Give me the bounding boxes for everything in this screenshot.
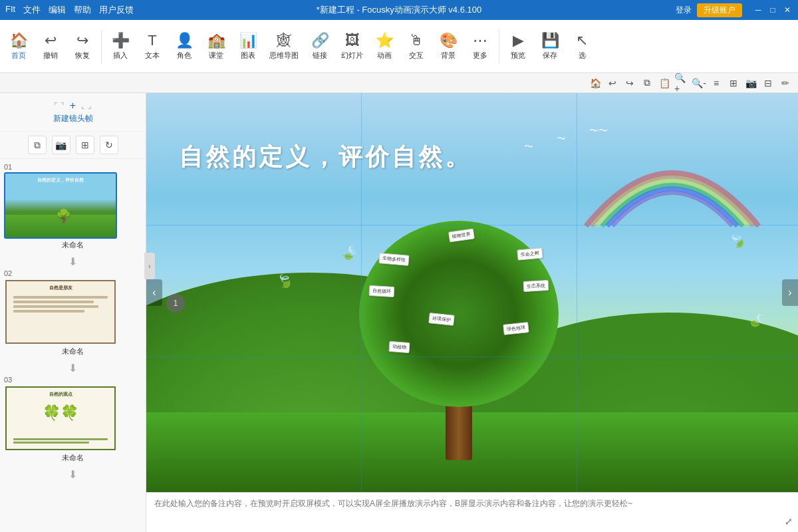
slide-thumb-3[interactable]: 自然的观点 🍀🍀 — [4, 385, 117, 452]
undo-icon: ↩ — [45, 32, 57, 49]
home-small-icon[interactable]: 🏠 — [588, 76, 602, 90]
interact-icon: 🖱 — [409, 32, 424, 49]
panel-collapse-button[interactable]: ‹ — [144, 253, 155, 279]
rotate-button[interactable]: ↻ — [100, 136, 118, 154]
text-icon: T — [148, 32, 156, 49]
menu-edit[interactable]: 编辑 — [49, 4, 66, 16]
toolbar: 🏠 首页 ↩ 撤销 ↪ 恢复 ➕ 插入 T 文本 👤 角色 🏫 课堂 📊 图表 … — [0, 20, 798, 73]
insert-icon: ➕ — [112, 32, 130, 49]
home-icon: 🏠 — [10, 32, 28, 49]
close-button[interactable]: ✕ — [782, 5, 793, 15]
arrange-icon[interactable]: ⊞ — [726, 76, 741, 90]
paste-small-icon[interactable]: 📋 — [657, 76, 672, 90]
copy-frame-button[interactable]: ⧉ — [28, 136, 47, 154]
toolbar-animation[interactable]: ⭐ 动画 — [368, 29, 400, 63]
presentation-scene[interactable]: 〜 〜 〜〜 自然的定义，评价自然。 植物世界 生物多样性 生命之树 — [146, 93, 798, 492]
toolbar-background[interactable]: 🎨 背景 — [432, 29, 464, 63]
zoom-in-icon[interactable]: 🔍+ — [674, 76, 689, 90]
toolbar-select[interactable]: ↖ 选 — [566, 29, 598, 63]
tree-note-2[interactable]: 生物多样性 — [379, 253, 410, 266]
upgrade-button[interactable]: 升级账户 — [697, 3, 742, 17]
slide-item-3[interactable]: 03 自然的观点 🍀🍀 未命名 — [4, 376, 142, 463]
slide-name-2: 未命名 — [4, 346, 142, 356]
slide-name-1: 未命名 — [4, 240, 142, 250]
toolbar-insert[interactable]: ➕ 插入 — [104, 29, 136, 63]
more-label: 更多 — [473, 51, 487, 61]
toolbar-preview[interactable]: ▶ 预览 — [502, 29, 534, 63]
mindmap-label: 思维导图 — [269, 51, 299, 61]
toolbar-undo[interactable]: ↩ 撤销 — [35, 29, 66, 63]
more-icon: ⋯ — [473, 32, 487, 49]
align-icon[interactable]: ≡ — [709, 76, 724, 90]
canvas-wrapper[interactable]: 〜 〜 〜〜 自然的定义，评价自然。 植物世界 生物多样性 生命之树 — [146, 93, 798, 492]
toolbar-chart[interactable]: 📊 图表 — [232, 29, 264, 63]
screenshot-button[interactable]: 📷 — [52, 136, 70, 154]
nav-right-button[interactable]: › — [782, 279, 798, 306]
animation-icon: ⭐ — [376, 32, 394, 49]
connector-3: ⬇ — [4, 468, 142, 481]
slide-item-2[interactable]: 02 自然是朋友 未命名 — [4, 269, 142, 356]
toolbar-slideshow[interactable]: 🖼 幻灯片 — [336, 29, 368, 63]
slide-thumb-1[interactable]: 自然的定义，评价自然 🌳 — [4, 172, 117, 239]
tree-note-8[interactable]: 动植物 — [389, 341, 410, 353]
grid-icon[interactable]: ⊟ — [761, 76, 775, 90]
nav-left-button[interactable]: ‹ — [146, 279, 162, 306]
undo-label: 撤销 — [43, 51, 58, 61]
toolbar-save[interactable]: 💾 保存 — [534, 29, 566, 63]
titlebar: FIt 文件 编辑 帮助 用户反馈 *新建工程 - Focusky动画演示大师 … — [0, 0, 798, 20]
background-label: 背景 — [441, 51, 456, 61]
undo-small-icon[interactable]: ↩ — [605, 76, 620, 90]
toolbar-interact[interactable]: 🖱 交互 — [400, 29, 432, 63]
home-label: 首页 — [11, 51, 26, 61]
separator-2 — [499, 30, 499, 63]
login-button[interactable]: 登录 — [676, 5, 692, 16]
redo-small-icon[interactable]: ↪ — [622, 76, 637, 90]
left-panel: ⌜ ⌝ + ⌞ ⌟ 新建镜头帧 ⧉ 📷 ⊞ ↻ 01 自然的定义，评价自然 🌳 — [0, 93, 146, 532]
connector-2: ⬇ — [4, 362, 142, 374]
menu-help[interactable]: 帮助 — [74, 4, 91, 16]
toolbar-link[interactable]: 🔗 链接 — [304, 29, 336, 63]
canvas-area: 〜 〜 〜〜 自然的定义，评价自然。 植物世界 生物多样性 生命之树 — [146, 93, 798, 532]
fit-button[interactable]: ⊞ — [76, 136, 94, 154]
copy-small-icon[interactable]: ⧉ — [640, 76, 654, 90]
character-label: 角色 — [177, 51, 192, 61]
main-title[interactable]: 自然的定义，评价自然。 — [179, 141, 471, 174]
link-icon: 🔗 — [311, 32, 329, 49]
toolbar-character[interactable]: 👤 角色 — [168, 29, 200, 63]
toolbar-mindmap[interactable]: 🕸 思维导图 — [264, 29, 304, 63]
tree-note-4[interactable]: 自然循环 — [369, 285, 395, 297]
slide-thumb-2[interactable]: 自然是朋友 — [4, 279, 117, 345]
chart-label: 图表 — [241, 51, 255, 61]
tree-note-3[interactable]: 生命之树 — [517, 247, 543, 260]
toolbar-home[interactable]: 🏠 首页 — [3, 29, 35, 63]
toolbar-classroom[interactable]: 🏫 课堂 — [200, 29, 232, 63]
tree-note-7[interactable]: 绿色地球 — [503, 322, 529, 335]
select-icon: ↖ — [576, 32, 588, 49]
chart-icon: 📊 — [239, 32, 257, 49]
menu-bar[interactable]: FIt 文件 编辑 帮助 用户反馈 — [5, 4, 134, 16]
tree-note-1[interactable]: 植物世界 — [448, 228, 475, 242]
top-iconbar: 🏠 ↩ ↪ ⧉ 📋 🔍+ 🔍- ≡ ⊞ 📷 ⊟ ✏ — [0, 73, 798, 93]
tree-note-6[interactable]: 环境保护 — [429, 313, 455, 326]
zoom-out-icon[interactable]: 🔍- — [692, 76, 706, 90]
slideshow-icon: 🖼 — [345, 32, 360, 49]
frame-tools: ⧉ 📷 ⊞ ↻ — [0, 132, 146, 159]
redo-label: 恢复 — [75, 51, 90, 61]
notes-expand-button[interactable]: ⤢ — [785, 516, 793, 527]
camera-icon[interactable]: 📷 — [743, 76, 758, 90]
maximize-button[interactable]: □ — [767, 5, 778, 15]
minimize-button[interactable]: ─ — [753, 5, 763, 15]
interact-label: 交互 — [409, 51, 424, 61]
menu-file[interactable]: 文件 — [23, 4, 41, 16]
title-right-buttons: 登录 升级账户 ─ □ ✕ — [676, 3, 793, 17]
toolbar-more[interactable]: ⋯ 更多 — [464, 29, 496, 63]
connector-icon-1: ⬇ — [68, 255, 77, 268]
toolbar-redo[interactable]: ↪ 恢复 — [66, 29, 98, 63]
new-frame-button[interactable]: ⌜ ⌝ + ⌞ ⌟ 新建镜头帧 — [0, 93, 146, 132]
toolbar-text[interactable]: T 文本 — [136, 29, 168, 63]
menu-feedback[interactable]: 用户反馈 — [99, 4, 134, 16]
notes-input[interactable] — [154, 498, 790, 527]
edit-icon[interactable]: ✏ — [778, 76, 793, 90]
tree-note-5[interactable]: 生态系统 — [523, 280, 549, 292]
slide-item-1[interactable]: 01 自然的定义，评价自然 🌳 未命名 — [4, 163, 142, 250]
